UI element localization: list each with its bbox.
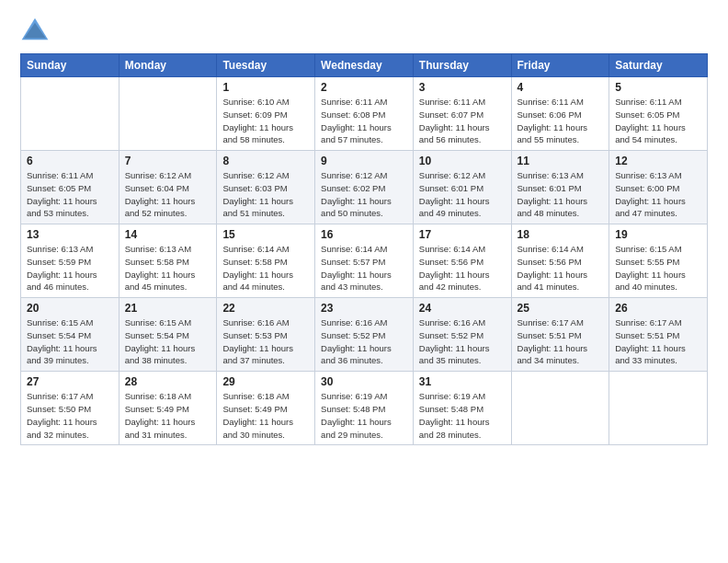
calendar-cell: 4Sunrise: 6:11 AM Sunset: 6:06 PM Daylig… (511, 77, 609, 151)
calendar-cell: 2Sunrise: 6:11 AM Sunset: 6:08 PM Daylig… (315, 77, 414, 151)
calendar-week-row: 6Sunrise: 6:11 AM Sunset: 6:05 PM Daylig… (21, 151, 708, 224)
day-number: 20 (27, 302, 113, 315)
calendar-week-row: 1Sunrise: 6:10 AM Sunset: 6:09 PM Daylig… (21, 77, 708, 151)
day-info: Sunrise: 6:13 AM Sunset: 5:58 PM Dayligh… (125, 243, 211, 293)
day-info: Sunrise: 6:19 AM Sunset: 5:48 PM Dayligh… (419, 390, 506, 441)
day-info: Sunrise: 6:11 AM Sunset: 6:06 PM Dayligh… (518, 96, 604, 146)
day-number: 24 (419, 302, 506, 315)
day-number: 18 (518, 228, 604, 241)
calendar-cell: 28Sunrise: 6:18 AM Sunset: 5:49 PM Dayli… (119, 372, 217, 445)
day-info: Sunrise: 6:17 AM Sunset: 5:51 PM Dayligh… (518, 316, 604, 367)
day-info: Sunrise: 6:14 AM Sunset: 5:57 PM Dayligh… (321, 243, 407, 293)
calendar-cell (511, 372, 609, 445)
day-number: 23 (321, 302, 407, 315)
day-number: 12 (615, 155, 701, 167)
day-info: Sunrise: 6:16 AM Sunset: 5:53 PM Dayligh… (222, 316, 309, 367)
calendar-cell: 15Sunrise: 6:14 AM Sunset: 5:58 PM Dayli… (217, 224, 315, 298)
day-number: 21 (125, 302, 211, 315)
calendar-cell: 13Sunrise: 6:13 AM Sunset: 5:59 PM Dayli… (21, 224, 119, 298)
day-number: 10 (419, 155, 506, 167)
day-info: Sunrise: 6:13 AM Sunset: 5:59 PM Dayligh… (27, 243, 113, 293)
day-number: 22 (222, 302, 309, 315)
day-info: Sunrise: 6:13 AM Sunset: 6:00 PM Dayligh… (615, 169, 701, 220)
col-header-wednesday: Wednesday (315, 54, 414, 77)
day-info: Sunrise: 6:18 AM Sunset: 5:49 PM Dayligh… (222, 390, 309, 441)
col-header-friday: Friday (511, 54, 609, 77)
day-info: Sunrise: 6:10 AM Sunset: 6:09 PM Dayligh… (222, 96, 309, 146)
calendar-cell: 12Sunrise: 6:13 AM Sunset: 6:00 PM Dayli… (609, 151, 708, 224)
calendar-cell: 19Sunrise: 6:15 AM Sunset: 5:55 PM Dayli… (609, 224, 708, 298)
day-info: Sunrise: 6:13 AM Sunset: 6:01 PM Dayligh… (518, 169, 604, 220)
calendar-cell: 25Sunrise: 6:17 AM Sunset: 5:51 PM Dayli… (511, 298, 609, 372)
day-number: 2 (321, 81, 407, 94)
calendar-cell: 3Sunrise: 6:11 AM Sunset: 6:07 PM Daylig… (413, 77, 511, 151)
calendar-week-row: 20Sunrise: 6:15 AM Sunset: 5:54 PM Dayli… (21, 298, 708, 372)
day-info: Sunrise: 6:14 AM Sunset: 5:56 PM Dayligh… (518, 243, 604, 293)
calendar-cell: 31Sunrise: 6:19 AM Sunset: 5:48 PM Dayli… (413, 372, 511, 445)
day-info: Sunrise: 6:12 AM Sunset: 6:03 PM Dayligh… (222, 169, 309, 220)
calendar-cell (609, 372, 708, 445)
day-info: Sunrise: 6:14 AM Sunset: 5:56 PM Dayligh… (419, 243, 506, 293)
day-info: Sunrise: 6:17 AM Sunset: 5:51 PM Dayligh… (615, 316, 701, 367)
col-header-sunday: Sunday (21, 54, 119, 77)
calendar-cell: 1Sunrise: 6:10 AM Sunset: 6:09 PM Daylig… (217, 77, 315, 151)
calendar-cell: 29Sunrise: 6:18 AM Sunset: 5:49 PM Dayli… (217, 372, 315, 445)
col-header-thursday: Thursday (413, 54, 511, 77)
day-info: Sunrise: 6:15 AM Sunset: 5:54 PM Dayligh… (27, 316, 113, 367)
calendar-week-row: 27Sunrise: 6:17 AM Sunset: 5:50 PM Dayli… (21, 372, 708, 445)
calendar-cell (119, 77, 217, 151)
day-number: 28 (125, 375, 211, 388)
svg-marker-1 (24, 23, 46, 39)
calendar-cell: 5Sunrise: 6:11 AM Sunset: 6:05 PM Daylig… (609, 77, 708, 151)
calendar-cell: 21Sunrise: 6:15 AM Sunset: 5:54 PM Dayli… (119, 298, 217, 372)
calendar-cell: 17Sunrise: 6:14 AM Sunset: 5:56 PM Dayli… (413, 224, 511, 298)
day-number: 3 (419, 81, 506, 94)
calendar-cell: 6Sunrise: 6:11 AM Sunset: 6:05 PM Daylig… (21, 151, 119, 224)
calendar-cell: 11Sunrise: 6:13 AM Sunset: 6:01 PM Dayli… (511, 151, 609, 224)
day-info: Sunrise: 6:15 AM Sunset: 5:55 PM Dayligh… (615, 243, 701, 293)
calendar-cell: 16Sunrise: 6:14 AM Sunset: 5:57 PM Dayli… (315, 224, 414, 298)
day-info: Sunrise: 6:18 AM Sunset: 5:49 PM Dayligh… (125, 390, 211, 441)
day-number: 15 (222, 228, 309, 241)
calendar-cell: 26Sunrise: 6:17 AM Sunset: 5:51 PM Dayli… (609, 298, 708, 372)
calendar-week-row: 13Sunrise: 6:13 AM Sunset: 5:59 PM Dayli… (21, 224, 708, 298)
col-header-saturday: Saturday (609, 54, 708, 77)
day-info: Sunrise: 6:15 AM Sunset: 5:54 PM Dayligh… (125, 316, 211, 367)
day-info: Sunrise: 6:16 AM Sunset: 5:52 PM Dayligh… (419, 316, 506, 367)
day-number: 13 (27, 228, 113, 241)
day-info: Sunrise: 6:12 AM Sunset: 6:04 PM Dayligh… (125, 169, 211, 220)
col-header-monday: Monday (119, 54, 217, 77)
day-info: Sunrise: 6:11 AM Sunset: 6:08 PM Dayligh… (321, 96, 407, 146)
calendar-cell: 14Sunrise: 6:13 AM Sunset: 5:58 PM Dayli… (119, 224, 217, 298)
calendar-cell: 10Sunrise: 6:12 AM Sunset: 6:01 PM Dayli… (413, 151, 511, 224)
day-number: 17 (419, 228, 506, 241)
calendar-cell: 27Sunrise: 6:17 AM Sunset: 5:50 PM Dayli… (21, 372, 119, 445)
calendar-cell: 30Sunrise: 6:19 AM Sunset: 5:48 PM Dayli… (315, 372, 414, 445)
day-number: 25 (518, 302, 604, 315)
day-number: 29 (222, 375, 309, 388)
calendar-cell: 8Sunrise: 6:12 AM Sunset: 6:03 PM Daylig… (217, 151, 315, 224)
calendar-table: SundayMondayTuesdayWednesdayThursdayFrid… (20, 53, 708, 445)
calendar-cell: 18Sunrise: 6:14 AM Sunset: 5:56 PM Dayli… (511, 224, 609, 298)
day-info: Sunrise: 6:17 AM Sunset: 5:50 PM Dayligh… (27, 390, 113, 441)
day-number: 14 (125, 228, 211, 241)
day-number: 26 (615, 302, 701, 315)
day-info: Sunrise: 6:11 AM Sunset: 6:07 PM Dayligh… (419, 96, 506, 146)
col-header-tuesday: Tuesday (217, 54, 315, 77)
calendar-header-row: SundayMondayTuesdayWednesdayThursdayFrid… (21, 54, 708, 77)
day-number: 31 (419, 375, 506, 388)
day-number: 1 (222, 81, 309, 94)
day-number: 6 (27, 155, 113, 167)
day-info: Sunrise: 6:12 AM Sunset: 6:01 PM Dayligh… (419, 169, 506, 220)
day-number: 16 (321, 228, 407, 241)
calendar-cell: 24Sunrise: 6:16 AM Sunset: 5:52 PM Dayli… (413, 298, 511, 372)
day-number: 5 (615, 81, 701, 94)
day-number: 11 (518, 155, 604, 167)
logo-icon (20, 17, 50, 46)
calendar-cell: 22Sunrise: 6:16 AM Sunset: 5:53 PM Dayli… (217, 298, 315, 372)
calendar-cell: 9Sunrise: 6:12 AM Sunset: 6:02 PM Daylig… (315, 151, 414, 224)
day-number: 9 (321, 155, 407, 167)
header (20, 17, 708, 46)
day-info: Sunrise: 6:11 AM Sunset: 6:05 PM Dayligh… (27, 169, 113, 220)
day-number: 4 (518, 81, 604, 94)
